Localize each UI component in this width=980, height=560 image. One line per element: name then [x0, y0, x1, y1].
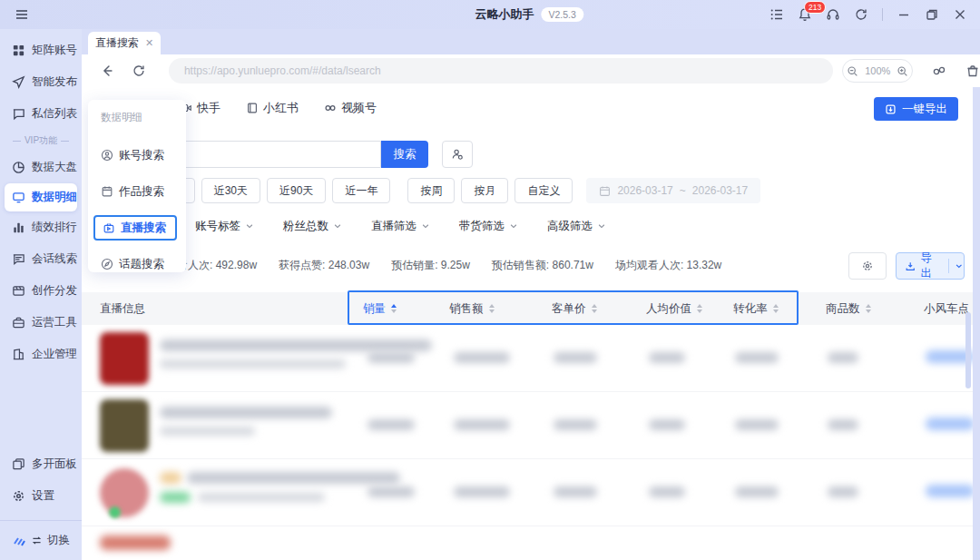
column-sales-amount[interactable]: 销售额	[449, 292, 495, 325]
column-settings-button[interactable]	[848, 252, 887, 280]
minimize-icon[interactable]	[897, 7, 911, 22]
quick-range-30d[interactable]: 近30天	[201, 178, 260, 203]
filter-live[interactable]: 直播筛选	[371, 219, 430, 234]
filter-ecommerce[interactable]: 带货筛选	[459, 219, 518, 234]
platform-tab-shipinhao[interactable]: 视频号	[324, 100, 377, 116]
app-logo	[12, 534, 26, 548]
app-title-group: 云略小助手 V2.5.3	[475, 0, 583, 29]
blurred-link	[926, 485, 973, 497]
filter-advanced[interactable]: 高级筛选	[547, 219, 606, 234]
sort-icon[interactable]	[866, 304, 871, 313]
platform-tab-xiaohongshu[interactable]: 小红书	[246, 100, 299, 116]
sidebar-item-data-dashboard[interactable]: 数据大盘	[0, 152, 82, 183]
menu-item-topic-search[interactable]: 话题搜索	[101, 246, 186, 282]
infinity-icon	[324, 102, 337, 114]
zoom-in-icon[interactable]	[897, 65, 908, 77]
sidebar-item-operation-tools[interactable]: 运营工具	[0, 307, 82, 339]
filter-account-tags[interactable]: 账号标签	[195, 219, 254, 234]
date-range-separator: ~	[680, 184, 686, 197]
sidebar-item-label: 数据大盘	[32, 160, 77, 175]
table-row[interactable]	[82, 526, 973, 555]
quick-range-1y[interactable]: 近一年	[332, 178, 390, 203]
filter-fans-total[interactable]: 粉丝总数	[283, 219, 342, 234]
sidebar-item-creation-distribution[interactable]: 创作分发	[0, 275, 82, 307]
sort-icon[interactable]	[773, 304, 779, 313]
vip-divider: VIP功能	[0, 130, 82, 152]
blurred-title	[160, 407, 332, 418]
sync-icon[interactable]	[854, 7, 868, 22]
menu-icon[interactable]	[15, 7, 29, 22]
export-button[interactable]: 导出	[896, 252, 965, 280]
filter-row: 账号标签 粉丝总数 直播筛选 带货筛选 高级筛选	[195, 214, 606, 238]
table-row[interactable]	[82, 392, 973, 459]
url-bar[interactable]: https://apo.yunluepro.com/#/data/lsearch	[169, 58, 833, 84]
filter-label: 高级筛选	[547, 219, 593, 234]
date-range-end: 2026-03-17	[692, 184, 748, 197]
export-label: 导出	[920, 251, 942, 281]
table-body	[82, 325, 973, 555]
download-icon	[905, 260, 916, 272]
blurred-value	[828, 352, 858, 363]
quick-range-90d[interactable]: 近90天	[267, 178, 326, 203]
user-filter-button[interactable]	[442, 141, 473, 168]
sidebar-item-multi-panel[interactable]: 多开面板	[0, 448, 82, 480]
headset-icon[interactable]	[826, 7, 840, 22]
task-list-icon[interactable]	[769, 7, 784, 22]
filter-label: 账号标签	[195, 219, 240, 234]
back-arrow-icon[interactable]	[100, 64, 114, 78]
filter-label: 直播筛选	[371, 219, 416, 234]
trash-icon[interactable]	[965, 64, 980, 78]
sort-icon[interactable]	[391, 304, 397, 313]
account-switch[interactable]: 切换	[0, 520, 82, 560]
sidebar-item-performance-ranking[interactable]: 绩效排行	[0, 211, 82, 243]
blurred-value	[554, 486, 597, 497]
titlebar-divider	[882, 8, 883, 21]
page-content: 快手 小红书 视频号 一键导出 搜索	[82, 87, 973, 560]
sidebar-item-enterprise-management[interactable]: 企业管理	[0, 339, 82, 370]
column-product-count[interactable]: 商品数	[826, 292, 871, 325]
table-row[interactable]	[82, 459, 973, 526]
clapperboard-icon	[12, 284, 25, 298]
close-icon[interactable]	[953, 7, 967, 22]
period-by-month[interactable]: 按月	[461, 178, 508, 203]
blurred-value	[735, 486, 779, 497]
search-button[interactable]: 搜索	[381, 141, 428, 168]
switch-arrows-icon	[31, 535, 43, 546]
menu-item-live-search[interactable]: 直播搜索	[93, 215, 177, 241]
sidebar-item-dm-list[interactable]: 私信列表	[0, 98, 82, 130]
one-click-export-button[interactable]: 一键导出	[874, 97, 958, 121]
vertical-scrollbar[interactable]	[965, 312, 971, 388]
sort-icon[interactable]	[697, 304, 702, 313]
bell-icon[interactable]: 213	[798, 7, 812, 22]
column-per-capita-value[interactable]: 人均价值	[646, 292, 702, 325]
period-by-week[interactable]: 按周	[407, 178, 455, 203]
chevron-down-icon[interactable]	[955, 261, 964, 270]
table-row[interactable]	[82, 325, 973, 392]
sidebar-item-data-detail[interactable]: 数据明细	[5, 183, 77, 211]
account-search-icon	[101, 149, 113, 162]
zoom-out-icon[interactable]	[847, 65, 858, 77]
column-conversion-rate[interactable]: 转化率	[733, 292, 779, 325]
sidebar-item-settings[interactable]: 设置	[0, 480, 82, 512]
chevron-down-icon	[509, 221, 518, 231]
bar-chart-icon	[12, 221, 25, 234]
menu-item-works-search[interactable]: 作品搜索	[101, 173, 186, 210]
column-sales-volume[interactable]: 销量	[363, 292, 397, 325]
tab-close-icon[interactable]: ✕	[145, 37, 153, 49]
date-range-picker[interactable]: 2026-03-17 ~ 2026-03-17	[586, 178, 760, 203]
sort-icon[interactable]	[592, 304, 597, 313]
sidebar-item-matrix-accounts[interactable]: 矩阵账号	[0, 34, 82, 66]
refresh-icon[interactable]	[132, 64, 146, 78]
sidebar-item-conversation-leads[interactable]: 会话线索	[0, 243, 82, 275]
zoom-control: 100%	[842, 59, 913, 83]
blurred-subtitle	[198, 493, 325, 502]
link-icon[interactable]	[932, 64, 946, 78]
maximize-icon[interactable]	[925, 7, 939, 22]
notification-badge: 213	[804, 1, 826, 14]
column-avg-order-value[interactable]: 客单价	[552, 292, 597, 325]
period-custom[interactable]: 自定义	[514, 178, 573, 203]
menu-item-account-search[interactable]: 账号搜索	[101, 137, 186, 173]
sidebar-item-smart-publish[interactable]: 智能发布	[0, 66, 82, 98]
sort-icon[interactable]	[489, 304, 495, 313]
tab-live-search[interactable]: 直播搜索 ✕	[88, 32, 161, 54]
